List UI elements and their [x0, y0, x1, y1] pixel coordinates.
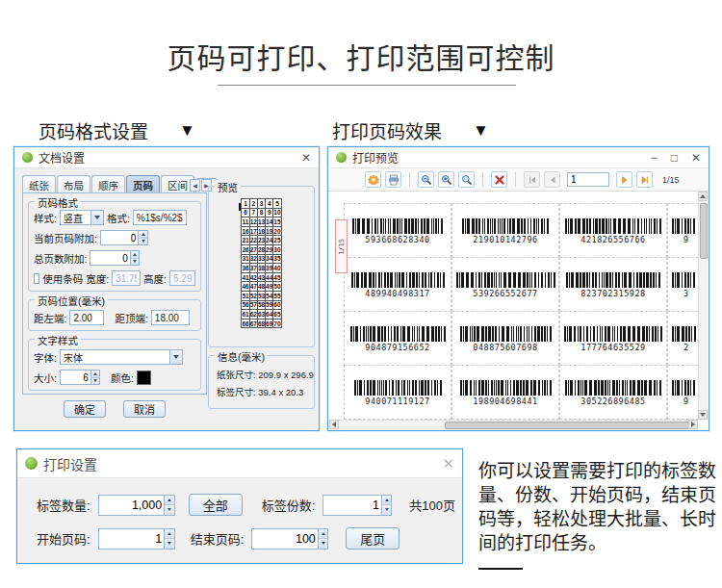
- minimize-icon[interactable]: −: [651, 152, 658, 164]
- use-barcode-checkbox[interactable]: [34, 273, 39, 284]
- print-preview-title: 打印预览: [352, 149, 399, 166]
- size-stepper[interactable]: [60, 370, 100, 385]
- spin-down-icon[interactable]: [165, 504, 173, 515]
- spin-up-icon[interactable]: [165, 496, 173, 505]
- preview-cell: 7: [249, 208, 257, 217]
- page-title: 页码可打印、打印范围可控制: [0, 35, 722, 77]
- total-pages-append-input[interactable]: [90, 251, 129, 265]
- label-quantity-label: 标签数量:: [37, 496, 90, 514]
- start-page-input[interactable]: [99, 529, 165, 549]
- spin-up-icon[interactable]: [382, 496, 391, 505]
- cancel-button[interactable]: 取消: [123, 400, 166, 418]
- barcode: [345, 326, 451, 342]
- size-input[interactable]: [61, 371, 90, 384]
- barcode-value: 048875607698: [452, 343, 558, 352]
- preview-cell: 27: [249, 244, 257, 254]
- zoom-fit-button[interactable]: [458, 171, 475, 188]
- font-dropdown[interactable]: 宋体: [60, 349, 183, 365]
- preview-toolbar: 1/15: [328, 168, 709, 192]
- format-input[interactable]: [133, 210, 187, 225]
- close-icon[interactable]: ✕: [301, 152, 311, 164]
- end-page-stepper[interactable]: [251, 528, 328, 550]
- horizontal-scroll-thumb[interactable]: [445, 422, 693, 429]
- spin-down-icon[interactable]: [139, 238, 147, 245]
- scroll-right-icon[interactable]: [688, 420, 698, 429]
- barcode-grid: 5936686283402190101427964218265567669489…: [345, 204, 708, 420]
- start-page-stepper[interactable]: [98, 528, 175, 550]
- last-page-icon: [639, 174, 651, 186]
- spin-down-icon[interactable]: [319, 538, 327, 549]
- from-top-input[interactable]: [151, 310, 190, 325]
- current-page-append-input[interactable]: [101, 231, 138, 244]
- all-button[interactable]: 全部: [189, 494, 243, 516]
- preview-cell: 50: [273, 282, 281, 292]
- spin-down-icon[interactable]: [91, 377, 99, 385]
- preview-cell: 56: [242, 300, 249, 310]
- color-label: 颜色:: [111, 371, 134, 385]
- zoom-in-button[interactable]: [438, 171, 454, 188]
- preview-cell: 29: [266, 244, 273, 254]
- scroll-up-icon[interactable]: [698, 192, 708, 201]
- preview-cell: 6: [242, 208, 249, 217]
- last-page-button[interactable]: [636, 171, 653, 188]
- ok-button[interactable]: 确定: [64, 400, 106, 418]
- scroll-left-icon[interactable]: [329, 420, 339, 429]
- style-dropdown[interactable]: 竖直: [60, 210, 104, 225]
- tab-顺序[interactable]: 顺序: [91, 175, 125, 193]
- tab-页码[interactable]: 页码: [126, 175, 160, 193]
- horizontal-scrollbar[interactable]: [329, 420, 698, 429]
- current-page-append-stepper[interactable]: [100, 230, 148, 245]
- preview-cell: 31: [242, 254, 249, 264]
- color-swatch[interactable]: [137, 371, 151, 385]
- preview-cell: 16: [242, 226, 249, 236]
- preview-cell: 4: [266, 199, 273, 209]
- tab-scroll-left-icon[interactable]: ◀: [190, 179, 200, 192]
- spin-up-icon[interactable]: [319, 529, 327, 539]
- total-pages-append-stepper[interactable]: [90, 250, 140, 266]
- scroll-down-icon[interactable]: [698, 410, 708, 420]
- close-icon[interactable]: ✕: [442, 456, 454, 471]
- font-label: 字体:: [34, 350, 57, 365]
- print-settings-button[interactable]: [365, 171, 381, 188]
- print-button[interactable]: [385, 171, 401, 188]
- tab-纸张[interactable]: 纸张: [22, 175, 56, 193]
- spin-down-icon[interactable]: [382, 504, 391, 515]
- next-page-button[interactable]: [616, 171, 632, 188]
- label-size-value: 39.4 x 20.3: [258, 387, 303, 397]
- from-left-input[interactable]: [69, 310, 104, 325]
- group-label: 信息(毫米): [215, 349, 268, 364]
- label-copies-stepper[interactable]: [322, 495, 392, 516]
- end-page-input[interactable]: [252, 529, 318, 549]
- document-settings-titlebar[interactable]: 文档设置 ✕: [14, 147, 319, 168]
- print-settings-titlebar[interactable]: 打印设置 ✕: [17, 449, 462, 478]
- tab-布局[interactable]: 布局: [57, 175, 90, 193]
- close-icon[interactable]: ✕: [691, 152, 701, 164]
- spin-up-icon[interactable]: [165, 529, 173, 539]
- group-label: 页码格式: [35, 195, 81, 210]
- barcode-value: 421826556766: [560, 235, 666, 244]
- preview-cell: 54: [266, 291, 273, 300]
- width-label: 宽度:: [86, 271, 109, 286]
- cancel-button[interactable]: [491, 171, 507, 188]
- spin-down-icon[interactable]: [165, 538, 173, 549]
- vertical-scroll-thumb[interactable]: [700, 203, 708, 259]
- preview-cell: 51: [242, 291, 249, 300]
- last-page-button[interactable]: 尾页: [346, 527, 400, 550]
- label-quantity-input[interactable]: [99, 496, 165, 515]
- chevron-down-icon[interactable]: [169, 350, 182, 364]
- vertical-scrollbar[interactable]: [698, 192, 708, 420]
- preview-cell: 67: [249, 319, 257, 328]
- spin-down-icon[interactable]: [131, 258, 140, 266]
- maximize-icon[interactable]: □: [671, 152, 678, 164]
- label-cell: 823702315928: [559, 257, 667, 312]
- print-preview-titlebar[interactable]: 打印预览 − □ ✕: [328, 147, 709, 168]
- preview-cell: 11: [242, 217, 249, 227]
- barcode-value: 219010142796: [452, 235, 558, 244]
- label-quantity-stepper[interactable]: [98, 495, 175, 516]
- prev-page-button: [544, 171, 560, 188]
- label-copies-input[interactable]: [323, 496, 381, 515]
- zoom-out-button[interactable]: [418, 171, 434, 188]
- label-cell: 048875607698: [451, 311, 559, 366]
- chevron-down-icon[interactable]: [90, 211, 103, 224]
- page-number-field[interactable]: [567, 172, 609, 187]
